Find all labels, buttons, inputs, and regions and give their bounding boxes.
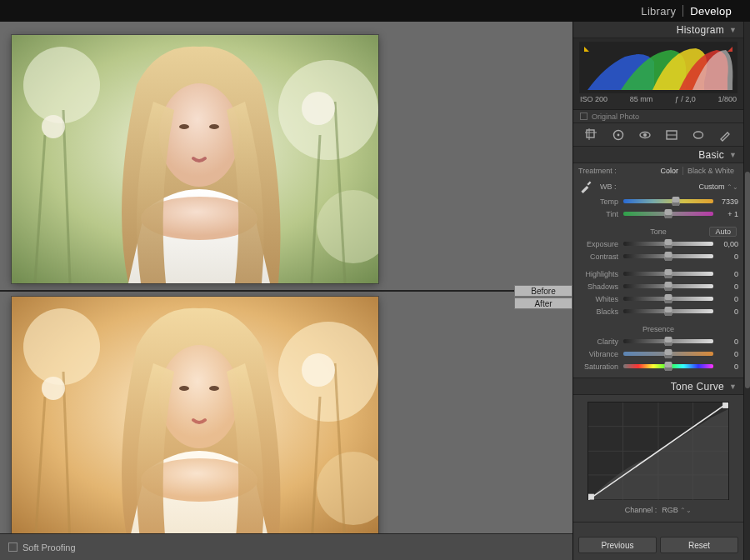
before-label[interactable]: Before bbox=[514, 285, 572, 297]
soft-proofing-label: Soft Proofing bbox=[22, 542, 76, 552]
shadows-slider[interactable] bbox=[623, 284, 713, 288]
canvas-area: Before After bbox=[0, 22, 572, 560]
treatment-color[interactable]: Color bbox=[656, 167, 682, 175]
svg-point-27 bbox=[209, 386, 219, 391]
svg-point-11 bbox=[159, 83, 239, 187]
svg-rect-49 bbox=[588, 494, 594, 500]
develop-right-panel: Histogram ▼ ISO 200 85 mm ƒ / 2,0 bbox=[572, 22, 743, 560]
module-library[interactable]: Library bbox=[634, 5, 682, 18]
chevron-down-icon: ▼ bbox=[729, 151, 737, 159]
svg-rect-50 bbox=[722, 402, 728, 408]
tone-curve-header[interactable]: Tone Curve ▼ bbox=[573, 378, 743, 395]
module-develop[interactable]: Develop bbox=[683, 5, 738, 18]
vibrance-value[interactable]: 0 bbox=[713, 350, 738, 358]
svg-point-23 bbox=[42, 377, 65, 400]
crop-overlay-tool[interactable] bbox=[583, 127, 600, 143]
svg-point-1 bbox=[23, 47, 100, 123]
svg-rect-31 bbox=[587, 130, 594, 138]
highlights-value[interactable]: 0 bbox=[713, 270, 738, 278]
whites-value[interactable]: 0 bbox=[713, 295, 738, 303]
svg-point-37 bbox=[643, 133, 647, 137]
histogram-display[interactable]: ISO 200 85 mm ƒ / 2,0 1/800 bbox=[573, 38, 743, 110]
chevron-down-icon: ▼ bbox=[729, 382, 737, 391]
contrast-value[interactable]: 0 bbox=[713, 252, 738, 261]
basic-header[interactable]: Basic ▼ bbox=[573, 147, 743, 163]
spot-removal-tool[interactable] bbox=[610, 127, 627, 143]
svg-point-12 bbox=[179, 124, 189, 129]
after-photo[interactable] bbox=[12, 297, 378, 545]
graduated-filter-tool[interactable] bbox=[663, 127, 680, 143]
svg-point-15 bbox=[23, 308, 100, 385]
previous-button[interactable]: Previous bbox=[578, 537, 657, 553]
soft-proofing-checkbox[interactable] bbox=[8, 542, 18, 552]
original-photo-toggle[interactable]: Original Photo bbox=[573, 110, 743, 123]
shadows-value[interactable]: 0 bbox=[713, 282, 738, 291]
red-eye-tool[interactable] bbox=[637, 127, 653, 143]
treatment-label: Treatment : bbox=[578, 167, 617, 175]
blacks-slider[interactable] bbox=[623, 309, 713, 313]
develop-tool-strip bbox=[573, 123, 743, 147]
temp-value[interactable]: 7339 bbox=[713, 198, 738, 206]
vibrance-slider[interactable] bbox=[623, 352, 713, 356]
tone-subheader: Tone bbox=[650, 228, 667, 236]
channel-label: Channel : bbox=[625, 506, 658, 514]
temp-slider[interactable] bbox=[623, 199, 713, 203]
clarity-slider[interactable] bbox=[623, 339, 713, 343]
scrollbar-thumb[interactable] bbox=[745, 172, 750, 388]
tone-curve-graph[interactable] bbox=[588, 402, 729, 500]
checkbox-icon bbox=[580, 112, 588, 120]
treatment-bw[interactable]: Black & White bbox=[683, 167, 738, 175]
before-after-divider[interactable] bbox=[0, 290, 572, 292]
svg-point-26 bbox=[179, 386, 189, 391]
wb-label: WB : bbox=[600, 182, 622, 191]
exif-readout: ISO 200 85 mm ƒ / 2,0 1/800 bbox=[578, 93, 738, 103]
after-label[interactable]: After bbox=[514, 298, 572, 309]
presence-subheader: Presence bbox=[642, 325, 674, 333]
svg-point-8 bbox=[302, 92, 335, 125]
exposure-slider[interactable] bbox=[623, 242, 713, 246]
panel-scrollbar[interactable] bbox=[743, 22, 750, 560]
svg-point-25 bbox=[159, 345, 239, 448]
wb-dropdown[interactable]: Custom ⌃⌄ bbox=[698, 182, 738, 191]
svg-point-22 bbox=[302, 353, 335, 387]
clarity-value[interactable]: 0 bbox=[713, 338, 738, 346]
contrast-slider[interactable] bbox=[623, 254, 713, 258]
whites-slider[interactable] bbox=[623, 297, 713, 301]
white-balance-picker-icon[interactable] bbox=[578, 179, 593, 194]
auto-tone-button[interactable]: Auto bbox=[709, 227, 737, 237]
before-photo[interactable] bbox=[12, 35, 378, 283]
svg-point-13 bbox=[209, 124, 219, 129]
histogram-header[interactable]: Histogram ▼ bbox=[573, 22, 743, 38]
svg-point-35 bbox=[618, 133, 620, 136]
tint-slider[interactable] bbox=[623, 212, 713, 216]
blacks-value[interactable]: 0 bbox=[713, 308, 738, 316]
svg-point-9 bbox=[42, 115, 65, 138]
saturation-value[interactable]: 0 bbox=[713, 362, 738, 371]
chevron-down-icon: ▼ bbox=[729, 26, 737, 34]
radial-filter-tool[interactable] bbox=[690, 127, 707, 143]
reset-button[interactable]: Reset bbox=[660, 537, 738, 553]
develop-toolbar: Soft Proofing bbox=[0, 533, 572, 560]
highlights-slider[interactable] bbox=[623, 272, 713, 276]
module-picker: Library Develop bbox=[0, 0, 750, 22]
svg-point-40 bbox=[694, 132, 703, 138]
svg-line-41 bbox=[588, 182, 590, 184]
adjustment-brush-tool[interactable] bbox=[717, 127, 733, 143]
exposure-value[interactable]: 0,00 bbox=[713, 240, 738, 248]
tint-value[interactable]: + 1 bbox=[713, 210, 738, 218]
channel-dropdown[interactable]: RGB ⌃⌄ bbox=[662, 506, 692, 514]
saturation-slider[interactable] bbox=[623, 364, 713, 368]
